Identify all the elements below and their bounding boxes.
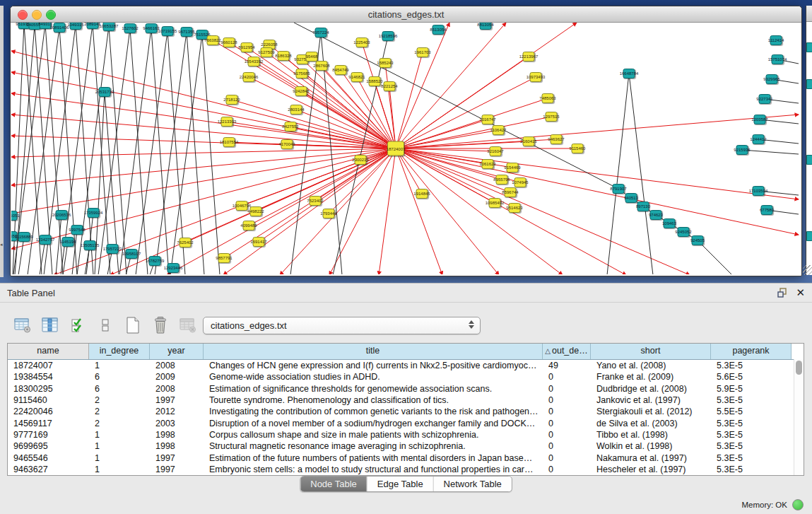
column-header-title[interactable]: title: [204, 344, 543, 359]
graph-node[interactable]: 9397548: [71, 225, 83, 235]
hub-node[interactable]: 18724007: [387, 141, 404, 156]
tab-network-table[interactable]: Network Table: [434, 477, 512, 491]
graph-node[interactable]: 8813054: [480, 23, 492, 30]
graph-node[interactable]: 4498222: [250, 206, 262, 216]
graph-node[interactable]: 1049315: [70, 23, 82, 30]
graph-node[interactable]: 10973493: [530, 72, 542, 82]
new-table-icon[interactable]: [123, 315, 143, 335]
column-header-in_degree[interactable]: in_degree: [89, 344, 150, 359]
graph-node[interactable]: 9242848: [295, 86, 307, 96]
citation-edge[interactable]: [109, 26, 126, 274]
graph-node[interactable]: 10985492: [489, 198, 501, 208]
table-row[interactable]: 2242004622012Investigating the contribut…: [8, 406, 804, 417]
graph-node[interactable]: 16648784: [623, 69, 635, 78]
graph-node[interactable]: 4170043: [281, 139, 293, 149]
graph-node[interactable]: 2803144: [290, 105, 302, 115]
graph-node[interactable]: 8454749: [335, 65, 347, 75]
graph-node[interactable]: 1914845: [416, 189, 428, 199]
citation-edge[interactable]: [396, 115, 799, 148]
citation-edge[interactable]: [11, 136, 396, 148]
citation-edge[interactable]: [202, 35, 220, 274]
graph-node[interactable]: 16782759: [149, 256, 161, 266]
graph-node[interactable]: 12213967: [523, 52, 535, 62]
graph-node[interactable]: 924505: [692, 235, 704, 245]
graph-node[interactable]: 1203587: [754, 115, 766, 124]
graph-node[interactable]: 2718120: [226, 95, 238, 105]
graph-node[interactable]: 12213303: [221, 117, 233, 127]
graph-node[interactable]: 9514623: [509, 203, 521, 213]
graph-node[interactable]: 9175685: [296, 69, 308, 78]
table-row[interactable]: 1830029562008Estimation of significance …: [8, 383, 804, 395]
graph-node[interactable]: 8186328: [278, 51, 290, 61]
graph-node[interactable]: 1074945: [514, 177, 526, 187]
delete-table-icon[interactable]: [151, 315, 170, 335]
network-canvas[interactable]: 9519358940557284931120891406104931520891…: [11, 23, 799, 274]
table-row[interactable]: 977716911998Corpus callosum shape and si…: [8, 429, 804, 440]
citation-edge[interactable]: [266, 52, 396, 148]
citation-edge[interactable]: [296, 110, 396, 148]
resize-grip-icon[interactable]: [803, 265, 812, 275]
graph-node[interactable]: 12342757: [40, 235, 52, 245]
network-window-titlebar[interactable]: citations_edges.txt: [11, 6, 801, 23]
citation-edge[interactable]: [396, 77, 536, 148]
graph-node[interactable]: 1297515: [546, 112, 558, 122]
citation-edge[interactable]: [698, 240, 732, 274]
show-column-icon[interactable]: [40, 315, 60, 335]
graph-node[interactable]: 17957223: [107, 244, 119, 254]
table-row[interactable]: 946554611997Estimation of the future num…: [8, 452, 804, 463]
graph-node[interactable]: 22420046: [243, 72, 255, 82]
citation-edge[interactable]: [742, 150, 799, 154]
graph-node[interactable]: 19218596: [382, 31, 394, 41]
graph-node[interactable]: 897130: [637, 201, 649, 211]
table-row[interactable]: 1872400712008Changes of HCN gene express…: [8, 360, 804, 371]
tab-node-table[interactable]: Node Table: [300, 477, 367, 491]
citation-edge[interactable]: [151, 28, 169, 274]
citation-edge[interactable]: [98, 28, 130, 274]
citation-edge[interactable]: [301, 91, 396, 148]
graph-node[interactable]: 7625402: [180, 238, 192, 247]
table-row[interactable]: 911546021997Tourette syndrome. Phenomeno…: [8, 395, 804, 406]
graph-node[interactable]: 12923446: [167, 263, 180, 273]
graph-node[interactable]: 9115460: [572, 144, 584, 153]
citation-edge[interactable]: [396, 148, 563, 274]
graph-node[interactable]: 677580: [761, 205, 773, 215]
graph-node[interactable]: 2867608: [316, 61, 328, 71]
graph-node[interactable]: 1961703: [417, 47, 429, 57]
column-header-short[interactable]: short: [591, 344, 711, 359]
tab-edge-table[interactable]: Edge Table: [367, 477, 434, 491]
graph-node[interactable]: 7663822: [207, 35, 219, 45]
graph-node[interactable]: 7485063: [542, 93, 554, 103]
vertical-scrollbar[interactable]: [794, 359, 804, 475]
graph-node[interactable]: 10046796: [236, 201, 248, 211]
graph-node[interactable]: 17359924: [88, 208, 100, 218]
table-row[interactable]: 946362711997Embryonic stem cells: a mode…: [8, 464, 804, 475]
graph-node[interactable]: 8791907: [613, 184, 625, 194]
citation-edge[interactable]: [227, 122, 396, 148]
graph-node[interactable]: 1244412: [753, 134, 765, 144]
graph-node[interactable]: 109463: [664, 218, 676, 228]
float-panel-icon[interactable]: [777, 288, 787, 298]
graph-node[interactable]: 10653287: [103, 23, 115, 31]
graph-node[interactable]: 13505135: [84, 240, 96, 250]
graph-node[interactable]: 9146821: [351, 72, 363, 82]
graph-node[interactable]: 20206576: [56, 210, 68, 220]
graph-node[interactable]: 9215935: [736, 145, 748, 155]
graph-node[interactable]: 10543392: [248, 57, 260, 66]
graph-node[interactable]: 9127509: [261, 47, 273, 57]
graph-node[interactable]: 1585243: [379, 58, 392, 68]
background-network-window[interactable]: [806, 6, 812, 275]
graph-node[interactable]: 8427552: [285, 122, 297, 132]
citation-edge[interactable]: [11, 93, 396, 148]
graph-node[interactable]: 1527602: [124, 23, 136, 33]
graph-node[interactable]: 9154469: [507, 163, 519, 173]
column-header-out_de[interactable]: △out_de…: [543, 344, 591, 359]
graph-node[interactable]: 10719155: [162, 26, 174, 36]
graph-node[interactable]: 9466163: [146, 23, 158, 33]
graph-node[interactable]: 1793444: [323, 209, 335, 218]
citation-edge[interactable]: [329, 148, 396, 274]
graph-node[interactable]: 95468: [306, 52, 318, 62]
network-window[interactable]: citations_edges.txt 95193589405572849311…: [10, 6, 802, 276]
graph-node[interactable]: 8495051: [11, 211, 18, 221]
graph-node[interactable]: 1112414: [770, 35, 782, 45]
graph-node[interactable]: 9660128: [223, 37, 235, 47]
